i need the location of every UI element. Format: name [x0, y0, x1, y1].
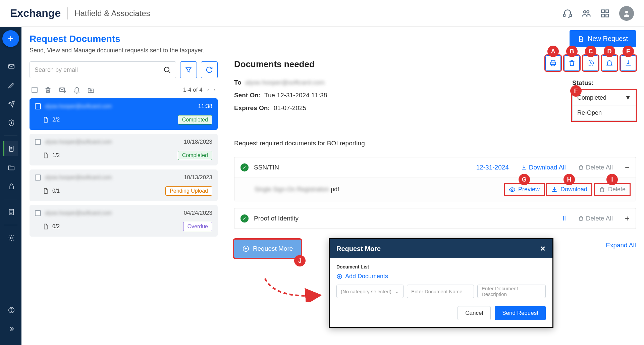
category-select[interactable]: (No category selected)⌄: [336, 285, 404, 298]
annotation-c: C: [585, 46, 596, 57]
row-checkbox[interactable]: [35, 210, 41, 216]
send-request-button[interactable]: Send Request: [495, 306, 546, 320]
mail-action-icon[interactable]: [58, 86, 66, 94]
archive-icon[interactable]: [87, 86, 95, 94]
select-all-checkbox[interactable]: [32, 87, 38, 93]
pager-prev[interactable]: ‹: [207, 87, 209, 93]
add-documents-button[interactable]: Add Documents: [336, 273, 546, 280]
request-item[interactable]: alyse.hooper@softcard.com 04/24/2023 0/2…: [30, 205, 218, 237]
svg-point-2: [584, 10, 586, 13]
download-button[interactable]: E: [621, 55, 636, 71]
status-option-reopen[interactable]: Re-Open: [572, 105, 636, 121]
rail-edit-icon[interactable]: [3, 78, 18, 93]
request-more-label: Request More: [253, 245, 293, 252]
svg-point-14: [10, 237, 12, 239]
collapse-icon[interactable]: −: [625, 163, 630, 172]
request-item[interactable]: alyse.hooper@softcard.com 11:38 2/2 Comp…: [30, 98, 218, 130]
modal-doclist-label: Document List: [336, 264, 546, 269]
rail-help-icon[interactable]: [3, 303, 18, 317]
filter-button[interactable]: [180, 61, 197, 78]
document-icon: [42, 116, 49, 123]
request-more-button[interactable]: Request More J: [234, 240, 301, 258]
svg-rect-6: [602, 14, 604, 17]
delete-button[interactable]: B: [564, 55, 580, 71]
status-badge: Overdue: [183, 222, 212, 231]
request-item[interactable]: alyse.hooper@softcard.com 10/13/2023 0/1…: [30, 169, 218, 201]
trash-icon[interactable]: [44, 86, 52, 94]
group-title: SSN/TIN: [254, 164, 279, 171]
rail-lock-icon[interactable]: [3, 179, 18, 194]
request-more-modal: Request More ✕ Document List Add Documen…: [329, 238, 553, 328]
rail-shield-icon[interactable]: !: [3, 115, 18, 130]
bell-icon[interactable]: [73, 86, 80, 94]
add-button[interactable]: +: [2, 30, 19, 47]
row-checkbox[interactable]: [35, 175, 41, 181]
rail-doc-icon[interactable]: [3, 141, 18, 156]
request-description: Request required documents for BOI repor…: [234, 140, 636, 147]
search-input[interactable]: Search by email: [30, 61, 176, 78]
download-all-button[interactable]: Download All: [521, 164, 566, 171]
users-icon[interactable]: [582, 9, 591, 18]
refresh-button[interactable]: [201, 61, 218, 78]
status-badge: Completed: [178, 151, 212, 160]
avatar[interactable]: [619, 6, 634, 21]
search-icon: [163, 66, 171, 74]
pager-text: 1-4 of 4: [183, 87, 203, 93]
header-icons: [563, 6, 634, 21]
rail-expand-icon[interactable]: [3, 322, 18, 336]
add-documents-label: Add Documents: [345, 273, 388, 280]
request-item[interactable]: alyse.hooper@softcard.com 10/18/2023 1/2…: [30, 134, 218, 165]
annotation-g: G: [519, 174, 530, 185]
top-header: Exchange Hatfield & Associates: [0, 0, 644, 27]
request-date: 10/13/2023: [184, 174, 212, 181]
doc-group-header[interactable]: ✓ SSN/TIN 12-31-2024 Download All Delete…: [234, 157, 636, 178]
firm-name: Hatfield & Associates: [74, 9, 150, 18]
doc-name-input[interactable]: Enter Document Name: [407, 285, 474, 298]
file-delete-button[interactable]: IDelete: [595, 184, 630, 195]
notify-button[interactable]: D: [602, 55, 617, 71]
headset-icon[interactable]: [563, 9, 572, 18]
brand-separator: [67, 7, 68, 19]
row-checkbox[interactable]: [35, 103, 41, 109]
expand-icon[interactable]: +: [625, 214, 630, 223]
to-label: To: [234, 79, 241, 86]
request-count: 0/2: [52, 224, 60, 230]
list-toolbar: 1-4 of 4 ‹ ›: [30, 84, 218, 96]
download-all-button[interactable]: ll: [563, 215, 566, 222]
pager-next[interactable]: ›: [214, 87, 216, 93]
sent-label: Sent On:: [234, 92, 261, 99]
status-badge: Pending Upload: [165, 186, 212, 196]
history-button[interactable]: C: [583, 55, 598, 71]
rail-send-icon[interactable]: [3, 97, 18, 111]
rail-receipt-icon[interactable]: [3, 205, 18, 219]
delete-all-button[interactable]: Delete All: [578, 215, 613, 222]
svg-rect-0: [564, 14, 565, 16]
expand-all-link[interactable]: Expand All: [606, 242, 636, 249]
svg-rect-5: [606, 10, 608, 12]
detail-actions: A B C D E: [545, 55, 636, 71]
check-icon: ✓: [240, 163, 249, 171]
status-select[interactable]: Completed ▼: [572, 90, 636, 105]
group-title: Proof of Identity: [254, 215, 299, 222]
document-icon: [42, 188, 49, 194]
to-value: alyse.hooper@softcard.com: [245, 79, 325, 86]
doc-file-row: Single Sign-On Registration.pdf GPreview…: [234, 178, 636, 201]
cancel-button[interactable]: Cancel: [458, 306, 491, 320]
svg-rect-7: [606, 14, 608, 17]
new-request-button[interactable]: New Request: [570, 30, 636, 47]
rail-mail-icon[interactable]: [3, 59, 18, 74]
doc-desc-input[interactable]: Enter Document Description: [477, 285, 546, 298]
row-checkbox[interactable]: [35, 139, 41, 145]
annotation-a: A: [547, 46, 559, 57]
file-download-button[interactable]: HDownload: [547, 184, 591, 195]
apps-icon[interactable]: [600, 9, 610, 18]
preview-button[interactable]: GPreview: [505, 184, 544, 195]
rail-folder-icon[interactable]: [3, 160, 18, 175]
rail-settings-icon[interactable]: [3, 231, 18, 245]
doc-group-header[interactable]: ✓ Proof of Identity ll Delete All +: [234, 208, 636, 229]
svg-text:!: !: [11, 121, 12, 125]
svg-point-8: [625, 11, 628, 13]
close-icon[interactable]: ✕: [540, 245, 546, 253]
delete-all-button[interactable]: Delete All: [578, 164, 613, 171]
print-button[interactable]: A: [545, 55, 561, 71]
